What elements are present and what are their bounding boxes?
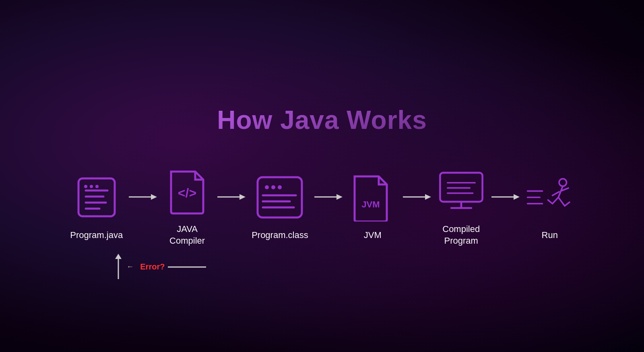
svg-marker-9 (151, 194, 157, 200)
svg-marker-45 (115, 254, 122, 259)
label-compiled-program: Compiled Program (437, 224, 485, 246)
steps-row: Program.java </> JAVA Compiler (70, 167, 574, 246)
label-program-class: Program.class (252, 230, 308, 241)
diagram: Program.java </> JAVA Compiler (70, 167, 574, 246)
step-program-java: Program.java (70, 173, 123, 241)
svg-point-16 (278, 185, 282, 189)
compiled-program-icon (437, 167, 485, 215)
svg-line-42 (552, 197, 558, 204)
svg-text:JVM: JVM (361, 199, 380, 209)
svg-point-7 (95, 185, 99, 188)
java-compiler-icon: </> (163, 167, 211, 215)
jvm-icon: JVM (349, 173, 397, 222)
svg-point-15 (271, 185, 275, 189)
step-java-compiler: </> JAVA Compiler (163, 167, 211, 246)
svg-point-6 (90, 185, 93, 188)
svg-point-5 (84, 185, 87, 188)
label-java-compiler: JAVA Compiler (163, 224, 211, 246)
svg-marker-12 (239, 194, 246, 200)
page-title: How Java Works (217, 105, 427, 135)
svg-point-14 (265, 185, 269, 189)
program-class-icon (256, 173, 304, 222)
label-program-java: Program.java (70, 230, 123, 241)
arrow-3 (312, 191, 345, 223)
step-program-class: Program.class (252, 173, 308, 241)
arrow-5 (489, 191, 522, 223)
svg-marker-32 (514, 194, 520, 200)
arrow-4 (401, 191, 433, 223)
step-compiled-program: Compiled Program (437, 167, 485, 246)
svg-line-39 (552, 192, 559, 195)
svg-text:</>: </> (178, 186, 196, 200)
svg-line-40 (558, 197, 565, 206)
label-run: Run (526, 230, 574, 241)
label-jvm: JVM (349, 230, 397, 241)
svg-line-41 (565, 202, 570, 206)
error-feedback: ← Error? (70, 253, 208, 281)
arrow-1 (127, 191, 159, 223)
svg-rect-13 (258, 177, 302, 217)
svg-line-43 (548, 200, 552, 203)
svg-marker-21 (336, 194, 343, 200)
program-java-icon (72, 173, 121, 222)
step-run: Run (526, 173, 574, 241)
step-jvm: JVM JVM (349, 173, 397, 241)
svg-point-36 (559, 179, 566, 186)
svg-marker-24 (425, 194, 431, 200)
error-label: Error? (140, 262, 165, 271)
arrow-2 (215, 191, 248, 223)
run-icon (526, 173, 574, 222)
